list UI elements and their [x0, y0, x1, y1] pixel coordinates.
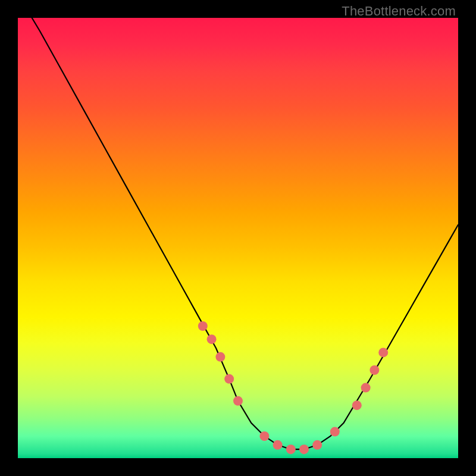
marker-dot — [215, 352, 225, 362]
bottleneck-curve — [27, 18, 458, 449]
curve-layer — [18, 18, 458, 458]
marker-group — [198, 321, 388, 454]
marker-dot — [369, 365, 379, 375]
marker-dot — [330, 427, 340, 437]
marker-dot — [299, 444, 309, 454]
marker-dot — [361, 383, 371, 393]
marker-dot — [207, 334, 217, 344]
marker-dot — [233, 396, 243, 406]
plot-area — [18, 18, 458, 458]
marker-dot — [378, 347, 388, 357]
chart-container: TheBottleneck.com — [0, 0, 476, 476]
marker-dot — [312, 440, 322, 450]
watermark-text: TheBottleneck.com — [342, 4, 456, 19]
marker-dot — [224, 374, 234, 384]
marker-dot — [286, 444, 296, 454]
marker-dot — [259, 431, 269, 441]
marker-dot — [352, 400, 362, 410]
marker-dot — [273, 440, 283, 450]
marker-dot — [198, 321, 208, 331]
